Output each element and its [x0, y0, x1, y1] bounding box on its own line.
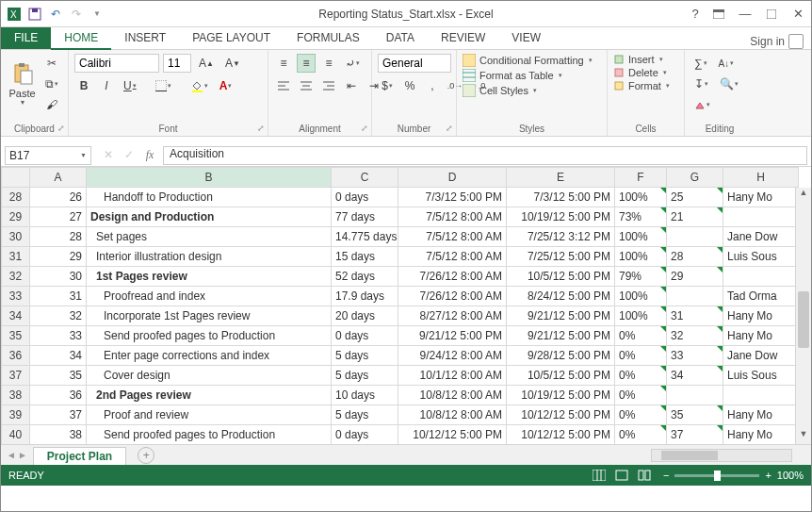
cell[interactable]: Luis Sous	[723, 366, 799, 386]
insert-cells-button[interactable]: Insert▾	[613, 54, 678, 65]
cell[interactable]: 37	[667, 425, 723, 445]
zoom-slider[interactable]	[674, 474, 759, 477]
tab-home[interactable]: HOME	[51, 27, 111, 50]
cell[interactable]: 10/19/12 5:00 PM	[507, 386, 615, 405]
col-header[interactable]: B	[87, 168, 332, 188]
scroll-down-icon[interactable]: ▼	[796, 429, 811, 444]
font-color-icon[interactable]: A▾	[216, 76, 236, 95]
paste-button[interactable]: Paste▼	[7, 55, 38, 113]
number-format-input[interactable]	[378, 54, 451, 73]
copy-icon[interactable]: ⧉▾	[41, 74, 62, 93]
horizontal-scrollbar[interactable]	[651, 449, 792, 462]
save-icon[interactable]	[27, 7, 42, 22]
cell[interactable]: 0%	[615, 425, 667, 445]
cell[interactable]: 0%	[615, 326, 667, 346]
cell[interactable]: Luis Sous	[723, 247, 799, 267]
cell[interactable]: Proof and review	[87, 405, 332, 425]
zoom-in-icon[interactable]: +	[765, 470, 771, 481]
cell[interactable]: 33	[30, 326, 87, 346]
cell[interactable]: 34	[30, 346, 87, 366]
cell[interactable]: 77 days	[332, 207, 398, 227]
delete-cells-button[interactable]: Delete▾	[613, 67, 678, 78]
cell[interactable]: 7/5/12 8:00 AM	[398, 207, 507, 227]
cell[interactable]: 35	[30, 366, 87, 386]
cell[interactable]: 73%	[615, 207, 667, 227]
cell[interactable]: Jane Dow	[723, 227, 799, 247]
cell[interactable]: 38	[30, 425, 87, 445]
row-header[interactable]: 40	[2, 425, 30, 445]
row-header[interactable]: 30	[2, 227, 30, 247]
cell[interactable]: 0%	[615, 346, 667, 366]
cell[interactable]: 100%	[615, 306, 667, 326]
row-header[interactable]: 29	[2, 207, 30, 227]
orientation-icon[interactable]: ⤾▾	[342, 54, 364, 73]
cell[interactable]: 9/24/12 8:00 AM	[398, 346, 507, 366]
cell[interactable]: 20 days	[332, 306, 398, 326]
hscroll-thumb[interactable]	[661, 451, 718, 460]
align-left-icon[interactable]	[274, 76, 293, 95]
cell[interactable]: 37	[30, 405, 87, 425]
sheet-prev-icon[interactable]: ◄	[7, 450, 16, 460]
minimize-icon[interactable]: —	[732, 1, 758, 27]
col-header[interactable]: A	[30, 168, 87, 188]
clipboard-launcher-icon[interactable]: ⤢	[57, 124, 65, 133]
row-header[interactable]: 36	[2, 346, 30, 366]
cell[interactable]: 10/12/12 5:00 PM	[507, 425, 615, 445]
cell[interactable]: 0 days	[332, 326, 398, 346]
table-row[interactable]: 3735Cover design5 days10/1/12 8:00 AM10/…	[2, 366, 799, 386]
cell[interactable]: Jane Dow	[723, 346, 799, 366]
tab-data[interactable]: DATA	[373, 26, 428, 49]
tab-formulas[interactable]: FORMULAS	[284, 26, 373, 49]
sheet-tab[interactable]: Project Plan	[33, 447, 126, 465]
cell[interactable]: 7/26/12 8:00 AM	[398, 267, 507, 287]
cell[interactable]: 5 days	[332, 405, 398, 425]
cell[interactable]: 25	[667, 188, 723, 207]
cell[interactable]: Send proofed pages to Production	[87, 326, 332, 346]
conditional-formatting-button[interactable]: Conditional Formatting▾	[463, 54, 601, 67]
zoom-out-icon[interactable]: −	[663, 470, 669, 481]
cell[interactable]: 21	[667, 207, 723, 227]
col-header[interactable]: C	[332, 168, 398, 188]
fx-icon[interactable]: fx	[140, 148, 159, 162]
row-header[interactable]: 38	[2, 386, 30, 405]
cell[interactable]: Incorporate 1st Pages review	[87, 306, 332, 326]
spreadsheet-grid[interactable]: A B C D E F G H 2826Handoff to Productio…	[1, 167, 811, 444]
row-header[interactable]: 32	[2, 267, 30, 287]
font-name-input[interactable]	[74, 54, 159, 73]
align-center-icon[interactable]	[297, 76, 316, 95]
cell[interactable]: 9/21/12 5:00 PM	[507, 306, 615, 326]
zoom-control[interactable]: − + 100%	[663, 470, 804, 481]
cell[interactable]: 30	[30, 267, 87, 287]
cell[interactable]	[667, 227, 723, 247]
col-header[interactable]: D	[398, 168, 507, 188]
align-bottom-icon[interactable]: ≡	[319, 54, 338, 73]
enter-formula-icon[interactable]: ✓	[120, 148, 138, 162]
row-header[interactable]: 37	[2, 366, 30, 386]
alignment-launcher-icon[interactable]: ⤢	[361, 124, 368, 133]
cell[interactable]: 10/12/12 5:00 PM	[507, 405, 615, 425]
cell[interactable]: Hany Mo	[723, 326, 799, 346]
cell[interactable]: 33	[667, 346, 723, 366]
bold-button[interactable]: B	[74, 76, 93, 95]
borders-icon[interactable]: ▾	[152, 76, 175, 95]
table-row[interactable]: 3634Enter page corrections and index5 da…	[2, 346, 799, 366]
cell[interactable]: 17.9 days	[332, 287, 398, 306]
cell[interactable]: Proofread and index	[87, 287, 332, 306]
cell[interactable]: Hany Mo	[723, 306, 799, 326]
increase-font-icon[interactable]: A▲	[195, 54, 218, 73]
row-header[interactable]: 33	[2, 287, 30, 306]
select-all-cell[interactable]	[2, 168, 30, 188]
table-row[interactable]: 3129Interior illustration design15 days7…	[2, 247, 799, 267]
align-top-icon[interactable]: ≡	[274, 54, 293, 73]
row-header[interactable]: 31	[2, 247, 30, 267]
cell[interactable]: 0 days	[332, 188, 398, 207]
cell[interactable]: 0%	[615, 386, 667, 405]
cell[interactable]	[723, 386, 799, 405]
cell[interactable]: Interior illustration design	[87, 247, 332, 267]
row-header[interactable]: 34	[2, 306, 30, 326]
format-as-table-button[interactable]: Format as Table▾	[463, 69, 601, 82]
find-icon[interactable]: 🔍▾	[716, 74, 742, 93]
cell[interactable]: 100%	[615, 188, 667, 207]
cell[interactable]: 28	[667, 247, 723, 267]
redo-icon[interactable]: ↷	[69, 7, 84, 22]
